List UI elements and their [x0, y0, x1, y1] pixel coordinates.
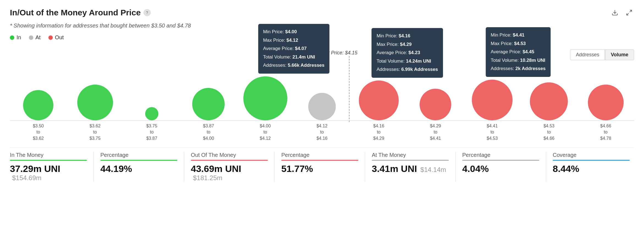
divider-5 [455, 152, 456, 182]
header-right [610, 8, 634, 18]
bubble-7 [420, 89, 451, 120]
bubble-6 [359, 80, 399, 120]
bubble-col-1 [67, 57, 123, 120]
pct-in-value: 44.19% [100, 163, 177, 174]
in-the-money-amount: 37.29m UNI [10, 163, 60, 174]
x-label-9: $4.53to$4.66 [521, 123, 577, 141]
bubble-5 [308, 93, 336, 120]
fullscreen-icon[interactable] [624, 8, 634, 18]
at-money-label: At The Money [372, 152, 449, 158]
at-money-usd: $14.14m [420, 166, 446, 173]
legend-out-label: Out [55, 34, 64, 41]
x-labels: $3.50to$3.62 $3.62to$3.75 $3.75to$3.87 $… [10, 123, 634, 141]
bubble-col-2 [123, 57, 180, 120]
tooltip-2: Min Price: $4.16 Max Price: $4.29 Averag… [371, 28, 443, 78]
pct-out-underline [281, 160, 358, 161]
at-money-amount: 3.41m UNI [372, 163, 417, 174]
divider-1 [93, 152, 94, 182]
summary-in-the-money: In The Money 37.29m UNI $154.69m [10, 152, 91, 182]
divider-4 [365, 152, 365, 182]
x-label-10: $4.66to$4.78 [577, 123, 634, 141]
pct-at-underline [462, 160, 539, 161]
divider-3 [274, 152, 275, 182]
legend-at-label: At [35, 34, 41, 41]
in-dot [10, 35, 14, 40]
bubble-col-4: Min Price: $4.00 Max Price: $4.12 Averag… [237, 57, 293, 120]
at-money-value: 3.41m UNI $14.14m [372, 163, 449, 174]
header-left: In/Out of the Money Around Price ? [10, 8, 151, 17]
x-label-1: $3.62to$3.75 [67, 123, 123, 141]
legend-in-label: In [16, 34, 21, 41]
divider-2 [184, 152, 184, 182]
out-dot [48, 35, 53, 40]
divider-6 [546, 152, 546, 182]
coverage-label: Coverage [553, 152, 630, 158]
in-the-money-underline [10, 160, 87, 161]
x-label-8: $4.41to$4.53 [464, 123, 521, 141]
x-label-6: $4.16to$4.29 [350, 123, 407, 141]
in-the-money-label: In The Money [10, 152, 87, 158]
bubble-9 [530, 82, 568, 120]
out-of-money-value: 43.69m UNI $181.25m [191, 163, 268, 182]
pct-out-value: 51.77% [281, 163, 358, 174]
bubble-8 [472, 80, 513, 120]
tooltip-1: Min Price: $4.00 Max Price: $4.12 Averag… [258, 24, 329, 74]
summary-pct-in: Percentage 44.19% [96, 152, 182, 174]
at-money-underline [372, 160, 449, 161]
pct-out-label: Percentage [281, 152, 358, 158]
out-of-money-underline [191, 160, 268, 161]
summary-pct-at: Percentage 4.04% [458, 152, 544, 174]
bubble-0 [23, 90, 53, 120]
out-of-money-amount: 43.69m UNI [191, 163, 241, 174]
bubble-3 [192, 88, 225, 120]
summary-section: In The Money 37.29m UNI $154.69m Percent… [10, 147, 634, 182]
help-icon[interactable]: ? [144, 9, 151, 16]
out-of-money-usd: $181.25m [193, 174, 222, 182]
bubble-1 [77, 85, 113, 120]
bubble-col-8: Min Price: $4.41 Max Price: $4.53 Averag… [464, 57, 521, 120]
in-the-money-value: 37.29m UNI $154.69m [10, 163, 87, 182]
bubble-col-10 [577, 57, 634, 120]
summary-pct-out: Percentage 51.77% [277, 152, 363, 174]
legend-at: At [29, 34, 41, 41]
bubble-10 [588, 85, 624, 120]
bubble-col-3 [180, 57, 237, 120]
header: In/Out of the Money Around Price ? [10, 8, 634, 18]
baseline [10, 121, 634, 121]
legend-in: In [10, 34, 21, 41]
svg-line-1 [630, 10, 632, 12]
svg-line-2 [627, 13, 629, 15]
bubble-2 [145, 107, 158, 120]
x-label-5: $4.12to$4.16 [294, 123, 350, 141]
out-of-money-label: Out Of The Money [191, 152, 268, 158]
pct-at-label: Percentage [462, 152, 539, 158]
x-label-0: $3.50to$3.62 [10, 123, 67, 141]
pct-at-value: 4.04% [462, 163, 539, 174]
x-label-3: $3.87to$4.00 [180, 123, 237, 141]
legend-out: Out [48, 34, 64, 41]
bubble-col-6: Min Price: $4.16 Max Price: $4.29 Averag… [350, 57, 407, 120]
coverage-value: 8.44% [553, 163, 630, 174]
in-the-money-usd: $154.69m [12, 174, 42, 182]
summary-out-of-money: Out Of The Money 43.69m UNI $181.25m [186, 152, 272, 182]
download-icon[interactable] [610, 8, 620, 18]
bubble-4 [243, 76, 287, 120]
summary-coverage: Coverage 8.44% [548, 152, 634, 174]
bubbles-container: Min Price: $4.00 Max Price: $4.12 Averag… [10, 57, 634, 120]
x-label-2: $3.75to$3.87 [123, 123, 180, 141]
pct-in-label: Percentage [100, 152, 177, 158]
page-title: In/Out of the Money Around Price [10, 8, 141, 17]
tooltip-3: Min Price: $4.41 Max Price: $4.53 Averag… [486, 27, 551, 77]
x-label-7: $4.29to$4.41 [407, 123, 464, 141]
coverage-underline [553, 160, 630, 161]
pct-in-underline [100, 160, 177, 161]
summary-at-money: At The Money 3.41m UNI $14.14m [367, 152, 453, 174]
bubble-col-0 [10, 57, 67, 120]
x-label-4: $4.00to$4.12 [237, 123, 293, 141]
at-dot [29, 35, 33, 40]
chart-area: Current Price: $4.15 [10, 47, 634, 141]
